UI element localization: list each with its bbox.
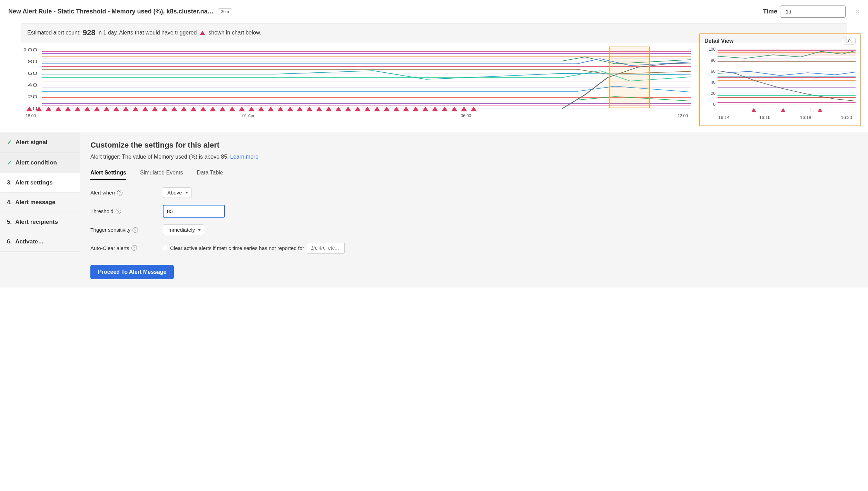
svg-text:40: 40 [28,83,38,87]
x-tick: 18:00 [26,113,36,118]
svg-text:100: 100 [22,48,38,52]
svg-text:80: 80 [28,59,38,64]
sensitivity-label: Trigger sensitivity [90,227,130,233]
step-label: Alert signal [16,139,48,146]
x-tick: 12:00 [678,113,688,118]
estimate-prefix: Estimated alert count: [27,30,81,36]
alert-when-label: Alert when [90,190,115,196]
help-icon[interactable]: ? [117,190,122,196]
step-activate[interactable]: 6. Activate… [0,232,80,252]
step-label: Activate… [15,238,44,245]
autoclear-duration-input[interactable] [307,242,345,254]
svg-text:40: 40 [711,80,716,85]
x-tick: 16:20 [841,115,852,120]
check-icon: ✓ [7,139,12,146]
main-chart[interactable]: 1008060 40200 18:00 01 Apr 06:00 12:00 [10,47,691,126]
step-number: 3. [7,179,12,186]
time-label: Time [763,8,777,15]
time-input[interactable] [780,6,846,18]
step-label: Alert message [15,199,55,206]
step-label: Alert condition [16,159,57,166]
svg-text:80: 80 [711,58,716,63]
threshold-label: Threshold [90,208,114,214]
wizard-sidebar: ✓ Alert signal ✓ Alert condition 3. Aler… [0,132,80,288]
check-icon: ✓ [7,159,12,167]
detail-chart[interactable]: 1008060 40200 [704,47,856,109]
autoclear-label: Auto-Clear alerts [90,245,129,251]
tab-data-table[interactable]: Data Table [197,166,223,180]
chart-highlight [609,47,650,108]
autoclear-checkbox[interactable] [163,246,167,250]
svg-text:60: 60 [28,71,38,76]
triangle-icon [200,31,205,35]
svg-text:20: 20 [28,94,38,99]
page-title: New Alert Rule - Static Threshold - Memo… [8,8,214,15]
svg-text:20: 20 [711,91,716,96]
settings-heading: Customize the settings for this alert [90,141,858,150]
autoclear-text: Clear active alerts if metric time serie… [170,245,304,251]
detail-title: Detail View [704,38,733,44]
tab-simulated-events[interactable]: Simulated Events [140,166,183,180]
close-icon[interactable]: × [855,7,860,16]
help-icon[interactable]: ? [116,209,121,214]
svg-rect-12 [718,49,856,56]
main-x-axis: 18:00 01 Apr 06:00 12:00 [10,113,691,118]
step-label: Alert recipients [15,219,58,226]
threshold-input[interactable] [163,205,225,218]
step-alert-message[interactable]: 4. Alert message [0,193,80,212]
x-tick: 16:14 [718,115,730,120]
estimate-mid: in 1 day. Alerts that would have trigger… [97,30,197,36]
step-number: 5. [7,219,12,226]
step-number: 4. [7,199,12,206]
svg-text:0: 0 [713,102,716,107]
help-icon[interactable]: ? [131,245,137,251]
settings-content: Customize the settings for this alert Al… [80,132,868,288]
x-tick: 16:18 [800,115,811,120]
step-label: Alert settings [15,179,53,186]
learn-more-link[interactable]: Learn more [230,154,258,160]
step-alert-settings[interactable]: 3. Alert settings [0,173,80,193]
x-tick: 01 Apr [242,113,254,118]
alert-when-select[interactable]: Above [163,187,191,198]
sensitivity-select[interactable]: immediately [163,224,204,235]
step-number: 6. [7,238,12,245]
step-alert-recipients[interactable]: 5. Alert recipients [0,212,80,232]
x-tick: 06:00 [461,113,471,118]
svg-text:100: 100 [709,47,716,52]
help-icon[interactable]: ? [132,227,138,233]
settings-tabs: Alert Settings Simulated Events Data Tab… [90,166,858,180]
tab-alert-settings[interactable]: Alert Settings [90,166,126,180]
duration-badge: 30m [218,8,232,15]
step-alert-condition[interactable]: ✓ Alert condition [0,153,80,173]
trigger-text: Alert trigger: The value of Memory used … [90,154,229,160]
detail-badge: 10s [843,38,856,44]
triangle-strip [25,107,691,111]
detail-view-panel: Detail View 10s [699,33,861,126]
proceed-button[interactable]: Proceed To Alert Message [90,265,174,279]
estimate-suffix: shown in chart below. [208,30,261,36]
detail-x-axis: 16:14 16:16 16:18 16:20 [704,115,856,120]
x-tick: 16:16 [759,115,770,120]
step-alert-signal[interactable]: ✓ Alert signal [0,132,80,153]
svg-text:60: 60 [711,69,716,74]
estimate-count: 928 [83,28,96,37]
